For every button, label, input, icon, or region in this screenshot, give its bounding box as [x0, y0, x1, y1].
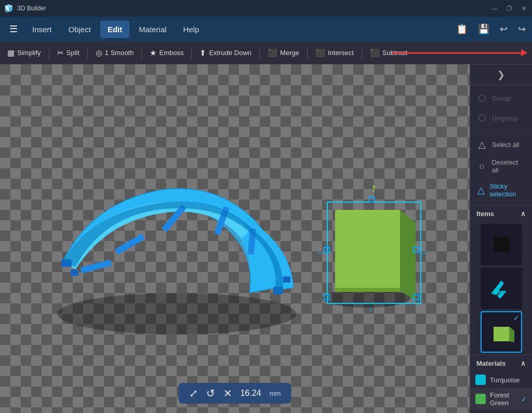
forest-green-label: Forest Green — [490, 391, 517, 407]
save-to-cloud-icon[interactable]: 📋 — [454, 21, 470, 37]
items-label: Items — [476, 210, 494, 218]
separator-4 — [191, 47, 192, 59]
group-label: Group — [492, 95, 511, 102]
group-icon: ⬡ — [476, 92, 488, 104]
emboss-button[interactable]: ★ Emboss — [144, 45, 189, 61]
svg-marker-11 — [400, 210, 416, 301]
merge-label: Merge — [280, 49, 299, 57]
extrude-icon: ⬆ — [200, 48, 206, 58]
selection-section: △ Select all ○ Deselect all △ Sticky sel… — [470, 131, 532, 206]
split-label: Split — [66, 49, 79, 57]
simplify-icon: ▦ — [7, 48, 15, 58]
selected-check: ✓ — [513, 314, 520, 322]
scene-svg: ↑ ← → ↓ — [0, 64, 470, 413]
separator-1 — [49, 47, 49, 59]
measurement-value: 16.24 — [241, 389, 261, 398]
menu-insert[interactable]: Insert — [25, 21, 59, 38]
menu-help[interactable]: Help — [176, 21, 207, 38]
items-collapse-icon[interactable]: ∧ — [521, 210, 526, 218]
materials-header: Materials ∧ — [470, 355, 532, 371]
undo-icon[interactable]: ↩ — [498, 21, 510, 37]
svg-rect-1 — [115, 234, 145, 255]
svg-rect-6 — [71, 270, 78, 276]
measurement-bar: ⤢ ↺ ✕ 16.24 mm — [179, 383, 291, 404]
toolbar: ▦ Simplify ✂ Split ◎ 1 Smooth ★ Emboss ⬆… — [0, 42, 532, 64]
items-section: Items ∧ — [470, 206, 532, 355]
subtract-icon: ⬛ — [370, 48, 380, 58]
menu-object[interactable]: Object — [61, 21, 98, 38]
emboss-label: Emboss — [159, 49, 183, 57]
redo-icon[interactable]: ↪ — [516, 21, 528, 37]
sticky-selection-label: Sticky selection — [489, 182, 526, 198]
intersect-label: Intersect — [328, 49, 354, 57]
separator-3 — [141, 47, 142, 59]
svg-rect-12 — [335, 288, 400, 292]
smooth-button[interactable]: ◎ 1 Smooth — [90, 45, 139, 61]
turquoise-swatch — [475, 375, 486, 385]
material-forest-green[interactable]: Forest Green ✓ — [470, 388, 532, 410]
forest-green-swatch — [475, 394, 486, 404]
panel-collapse-button[interactable]: ❯ — [470, 64, 532, 85]
item-black-square[interactable] — [481, 224, 522, 265]
menu-material[interactable]: Material — [131, 21, 174, 38]
svg-rect-10 — [335, 210, 400, 290]
right-panel: ❯ ⬡ Group ⬡ Ungroup △ Select all ○ Desel… — [470, 64, 532, 413]
intersect-button[interactable]: ⬛ Intersect — [310, 45, 359, 61]
black-square-shape — [494, 237, 509, 252]
track-shadow — [57, 293, 296, 335]
svg-rect-14 — [369, 197, 374, 202]
deselect-all-button[interactable]: ○ Deselect all — [470, 154, 532, 178]
svg-marker-25 — [509, 327, 514, 342]
smooth-label: 1 Smooth — [105, 49, 134, 57]
emboss-icon: ★ — [150, 48, 156, 58]
cyan-shape-svg — [486, 275, 517, 301]
measurement-unit: mm — [270, 390, 281, 397]
menu-edit[interactable]: Edit — [100, 21, 129, 38]
group-section: ⬡ Group ⬡ Ungroup — [470, 85, 532, 131]
ungroup-icon: ⬡ — [476, 112, 488, 124]
svg-text:→: → — [420, 248, 428, 257]
materials-collapse-icon[interactable]: ∧ — [521, 359, 526, 367]
material-turquoise[interactable]: Turquoise — [470, 371, 532, 388]
svg-rect-24 — [494, 327, 509, 341]
titlebar: 🧊 3D Builder — ❐ ✕ — [0, 0, 532, 17]
simplify-button[interactable]: ▦ Simplify — [2, 45, 46, 61]
split-button[interactable]: ✂ Split — [52, 45, 85, 61]
separator-7 — [362, 47, 362, 59]
move-icon[interactable]: ⤢ — [189, 387, 198, 399]
sticky-selection-button[interactable]: △ Sticky selection — [470, 178, 532, 202]
menu-right-icons: 📋 💾 ↩ ↪ — [454, 21, 528, 37]
extrude-button[interactable]: ⬆ Extrude Down — [194, 45, 257, 61]
group-button[interactable]: ⬡ Group — [470, 88, 532, 108]
select-all-label: Select all — [492, 141, 520, 149]
rotate-icon[interactable]: ↺ — [206, 387, 215, 399]
select-all-button[interactable]: △ Select all — [470, 135, 532, 154]
items-header: Items ∧ — [470, 206, 532, 222]
intersect-icon: ⬛ — [315, 48, 325, 58]
split-icon: ✂ — [57, 48, 64, 58]
deselect-all-label: Deselect all — [491, 158, 526, 174]
separator-5 — [259, 47, 260, 59]
main-content: ↑ ← → ↓ ⤢ ↺ ✕ 16.24 mm ❯ ⬡ Group — [0, 64, 532, 413]
materials-label: Materials — [476, 359, 506, 367]
collapse-icon: ❯ — [497, 69, 505, 81]
restore-button[interactable]: ❐ — [505, 4, 513, 12]
sticky-selection-icon: △ — [476, 184, 485, 196]
deselect-all-icon: ○ — [476, 161, 487, 172]
merge-button[interactable]: ⬛ Merge — [262, 45, 304, 61]
minimize-button[interactable]: — — [490, 4, 499, 12]
menubar: ☰ Insert Object Edit Material Help 📋 💾 ↩… — [0, 17, 532, 42]
ungroup-button[interactable]: ⬡ Ungroup — [470, 108, 532, 128]
hamburger-menu[interactable]: ☰ — [4, 20, 23, 38]
save-icon[interactable]: 💾 — [476, 21, 491, 37]
item-cyan-shape[interactable] — [481, 268, 522, 309]
arrow-indicator — [392, 52, 527, 54]
separator-6 — [307, 47, 308, 59]
item-green-cube[interactable]: ✓ — [481, 311, 522, 353]
close-button[interactable]: ✕ — [520, 4, 528, 12]
title-area: 🧊 3D Builder — [4, 4, 46, 12]
app-logo: 🧊 — [4, 4, 13, 12]
viewport[interactable]: ↑ ← → ↓ ⤢ ↺ ✕ 16.24 mm — [0, 64, 470, 413]
smooth-icon: ◎ — [96, 48, 102, 58]
scale-icon[interactable]: ✕ — [223, 387, 232, 399]
